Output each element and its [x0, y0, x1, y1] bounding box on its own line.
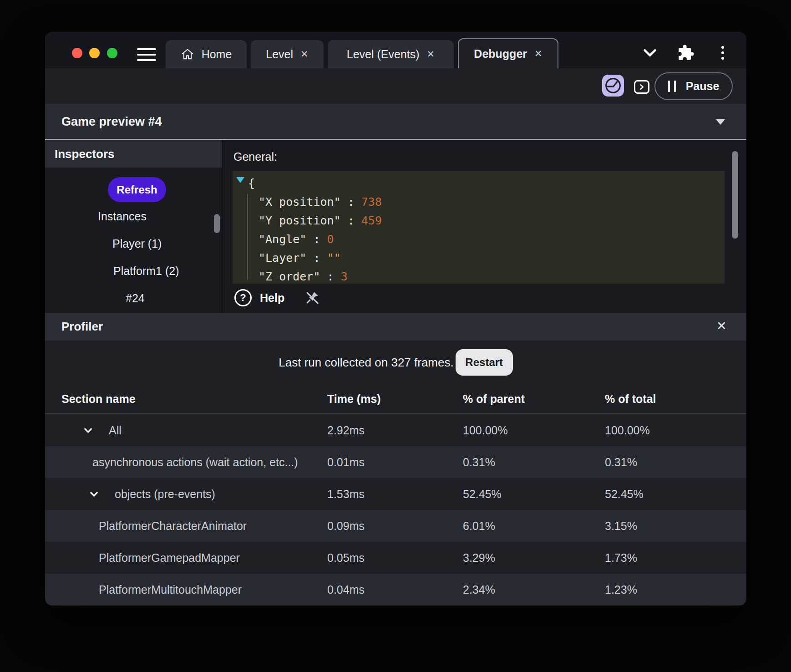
- kebab-menu-icon[interactable]: [717, 44, 729, 62]
- dropdown-caret-icon[interactable]: [716, 119, 725, 125]
- profiler-header: Profiler ✕: [45, 313, 746, 341]
- section-name: PlatformerMultitouchMapper: [99, 583, 242, 596]
- hamburger-menu-icon[interactable]: [137, 48, 156, 61]
- chevron-right-icon: [638, 83, 645, 91]
- tree-item-instances[interactable]: Instances: [98, 210, 147, 223]
- tab-bar: Home Level ✕ Level (Events) ✕ Debugger ✕: [45, 32, 746, 68]
- tab-home[interactable]: Home: [166, 40, 247, 68]
- table-row: asynchronous actions (wait action, etc..…: [45, 446, 746, 478]
- collapse-triangle-icon[interactable]: [236, 177, 244, 183]
- percent-total: 3.15%: [605, 519, 746, 533]
- profiler-title: Profiler: [61, 320, 103, 334]
- close-tab-icon[interactable]: ✕: [300, 49, 309, 60]
- profiler-status-text: Last run collected on 327 frames.: [279, 356, 453, 370]
- help-icon[interactable]: ?: [234, 289, 252, 306]
- profiler-toggle-button[interactable]: [602, 75, 624, 97]
- pause-icon: [668, 81, 676, 92]
- column-header-time: Time (ms): [327, 392, 463, 406]
- table-row: PlatformerMultitouchMapper 0.04ms 2.34% …: [45, 574, 746, 606]
- json-inspector: { "X position" : 738 "Y position" : 459 …: [233, 171, 725, 284]
- home-icon: [181, 47, 194, 61]
- json-line: "X position" : 738: [259, 195, 382, 209]
- help-link[interactable]: Help: [260, 291, 284, 305]
- percent-total: 100.00%: [605, 424, 746, 437]
- percent-parent: 52.45%: [463, 488, 605, 501]
- extensions-puzzle-icon[interactable]: [677, 44, 695, 62]
- percent-parent: 6.01%: [463, 519, 605, 533]
- json-line: "Z order" : 3: [259, 270, 348, 283]
- help-row: ? Help: [234, 288, 320, 308]
- percent-total: 1.23%: [605, 583, 746, 596]
- refresh-button[interactable]: Refresh: [108, 177, 166, 202]
- desktop-background: Home Level ✕ Level (Events) ✕ Debugger ✕: [0, 0, 791, 672]
- tree-item-instance-24[interactable]: #24: [126, 292, 145, 305]
- tab-label: Level (Events): [347, 48, 420, 61]
- section-name: PlatformerGamepadMapper: [99, 551, 240, 565]
- section-name: objects (pre-events): [115, 488, 215, 501]
- tab-label: Debugger: [474, 47, 527, 61]
- tab-strip: Home Level ✕ Level (Events) ✕ Debugger ✕: [166, 40, 558, 68]
- chevron-down-icon[interactable]: [82, 424, 94, 437]
- close-icon[interactable]: ✕: [716, 319, 727, 333]
- pause-button-label: Pause: [686, 80, 720, 93]
- inspector-split-area: Inspectors Refresh Instances Player (1) …: [45, 140, 746, 342]
- json-line: "Y position" : 459: [259, 214, 382, 227]
- console-button[interactable]: [634, 80, 649, 94]
- section-name: PlatformerCharacterAnimator: [99, 519, 247, 533]
- json-open-brace: {: [248, 177, 255, 190]
- game-preview-header: Game preview #4: [45, 104, 746, 139]
- json-line: "Layer" : "": [259, 251, 341, 265]
- percent-total: 52.45%: [605, 488, 746, 501]
- tree-item-player[interactable]: Player (1): [112, 237, 162, 250]
- chevron-down-icon[interactable]: [641, 46, 659, 60]
- json-line: "Angle" : 0: [259, 233, 334, 246]
- tab-debugger-active[interactable]: Debugger ✕: [458, 38, 558, 68]
- column-header-parent: % of parent: [463, 392, 605, 406]
- debugger-toolbar: Pause: [45, 68, 746, 104]
- debugger-window: Home Level ✕ Level (Events) ✕ Debugger ✕: [45, 32, 746, 606]
- game-preview-title: Game preview #4: [61, 115, 162, 129]
- table-row: PlatformerGamepadMapper 0.05ms 3.29% 1.7…: [45, 542, 746, 574]
- section-name: All: [109, 424, 122, 437]
- close-tab-icon[interactable]: ✕: [427, 49, 435, 60]
- close-window-button[interactable]: [72, 48, 82, 58]
- restart-button[interactable]: Restart: [456, 349, 513, 376]
- table-row: objects (pre-events) 1.53ms 52.45% 52.45…: [45, 478, 746, 510]
- unpin-icon[interactable]: [304, 290, 320, 305]
- close-tab-icon[interactable]: ✕: [534, 48, 543, 59]
- tab-label: Home: [202, 48, 232, 61]
- table-row: PlatformerCharacterAnimator 0.09ms 6.01%…: [45, 510, 746, 542]
- time-ms: 0.04ms: [327, 583, 463, 596]
- tree-item-platform1[interactable]: Platform1 (2): [113, 265, 179, 278]
- general-panel: General: { "X position" : 738 "Y positio…: [223, 140, 746, 342]
- chevron-down-icon[interactable]: [88, 488, 100, 500]
- percent-parent: 2.34%: [463, 583, 605, 596]
- time-ms: 0.01ms: [327, 456, 463, 469]
- scrollbar-thumb[interactable]: [732, 151, 738, 239]
- inspectors-panel: Inspectors Refresh Instances Player (1) …: [45, 140, 222, 342]
- time-ms: 2.92ms: [327, 424, 463, 437]
- percent-parent: 0.31%: [463, 456, 605, 469]
- scrollbar-thumb[interactable]: [214, 214, 220, 233]
- maximize-window-button[interactable]: [107, 48, 117, 58]
- tab-level[interactable]: Level ✕: [251, 40, 324, 68]
- table-row: All 2.92ms 100.00% 100.00%: [45, 414, 746, 446]
- tab-label: Level: [266, 48, 293, 61]
- pause-button[interactable]: Pause: [654, 72, 733, 100]
- profiler-table: Section name Time (ms) % of parent % of …: [45, 384, 746, 606]
- time-ms: 1.53ms: [327, 488, 463, 501]
- percent-total: 1.73%: [605, 551, 746, 565]
- tree-guide-line: [247, 194, 248, 280]
- section-name: asynchronous actions (wait action, etc..…: [92, 456, 298, 469]
- profiler-body: Last run collected on 327 frames. Restar…: [45, 341, 746, 606]
- time-ms: 0.05ms: [327, 551, 463, 565]
- percent-parent: 100.00%: [463, 424, 605, 437]
- time-ms: 0.09ms: [327, 519, 463, 533]
- column-header-section: Section name: [45, 392, 327, 406]
- gauge-icon: [604, 76, 622, 95]
- minimize-window-button[interactable]: [89, 48, 100, 58]
- general-title: General:: [233, 150, 277, 163]
- tab-level-events[interactable]: Level (Events) ✕: [328, 40, 454, 68]
- inspectors-title: Inspectors: [55, 147, 115, 161]
- profiler-status-row: Last run collected on 327 frames. Restar…: [45, 349, 746, 376]
